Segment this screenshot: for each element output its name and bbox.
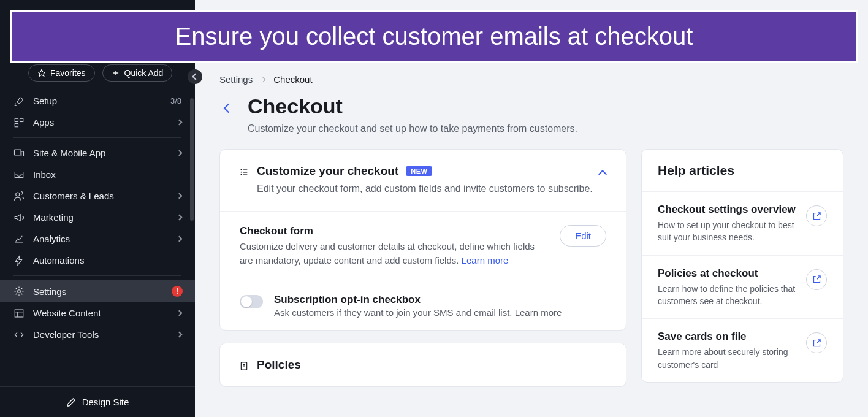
collapse-sidebar-icon[interactable]	[188, 69, 202, 84]
chevron-right-icon	[177, 193, 183, 199]
setup-progress: 3/8	[170, 96, 181, 105]
sidebar-item-analytics[interactable]: Analytics	[0, 228, 195, 250]
back-button[interactable]	[219, 99, 237, 117]
sidebar-scrollbar[interactable]	[190, 98, 194, 221]
help-item-desc: How to set up your checkout to best suit…	[658, 219, 798, 244]
edit-checkout-form-button[interactable]: Edit	[560, 225, 606, 247]
sidebar-item-label: Marketing	[33, 212, 177, 223]
bolt-icon	[13, 255, 25, 266]
chevron-right-icon	[177, 150, 183, 156]
design-site-label: Design Site	[82, 397, 129, 407]
instruction-banner: Ensure you collect customer emails at ch…	[10, 10, 858, 63]
breadcrumb-current: Checkout	[273, 74, 312, 85]
policies-header: Policies	[220, 343, 626, 386]
favorites-label: Favorites	[50, 68, 86, 78]
subscription-desc: Ask customers if they want to join your …	[274, 307, 512, 318]
sidebar-item-label: Automations	[33, 255, 185, 266]
users-icon	[13, 191, 25, 202]
quick-add-button[interactable]: Quick Add	[102, 64, 173, 82]
banner-text: Ensure you collect customer emails at ch…	[175, 23, 693, 50]
chevron-right-icon	[177, 332, 183, 338]
sidebar-item-apps[interactable]: Apps	[0, 112, 195, 133]
customize-checkout-desc: Edit your checkout form, add custom fiel…	[257, 182, 606, 196]
sidebar-item-settings[interactable]: Settings	[0, 280, 195, 302]
design-site-button[interactable]: Design Site	[0, 386, 195, 417]
policies-title: Policies	[257, 358, 301, 372]
favorites-button[interactable]: Favorites	[28, 64, 95, 82]
checklist-icon	[238, 167, 249, 178]
customize-checkout-header: Customize your checkout NEW Edit your ch…	[220, 150, 626, 212]
breadcrumb-root[interactable]: Settings	[219, 74, 253, 85]
chevron-right-icon	[177, 310, 183, 316]
help-item-desc: Learn how to define the policies that cu…	[658, 283, 798, 308]
help-title: Help articles	[642, 150, 843, 191]
content-area: Settings Checkout Checkout Customize you…	[195, 0, 868, 417]
svg-rect-7	[21, 151, 24, 156]
sidebar-item-label: Site & Mobile App	[33, 148, 177, 158]
breadcrumb: Settings Checkout	[195, 64, 868, 90]
content-icon	[13, 308, 25, 319]
svg-rect-10	[15, 310, 23, 317]
policies-icon	[238, 361, 249, 372]
subscription-optin-row: Subscription opt-in checkbox Ask custome…	[220, 281, 626, 330]
help-item-policies[interactable]: Policies at checkout Learn how to define…	[642, 255, 843, 319]
page-subtitle: Customize your checkout and set up how t…	[248, 123, 577, 134]
sidebar-item-label: Analytics	[33, 234, 177, 244]
sidebar-item-automations[interactable]: Automations	[0, 250, 195, 271]
sidebar-nav: Setup 3/8 Apps Site & Mobile App Inbox C…	[0, 90, 195, 345]
sidebar-item-marketing[interactable]: Marketing	[0, 207, 195, 228]
customize-checkout-title: Customize your checkout	[257, 164, 398, 178]
chart-icon	[13, 234, 25, 245]
page-header: Checkout Customize your checkout and set…	[195, 90, 868, 149]
megaphone-icon	[13, 212, 25, 223]
sidebar-item-setup[interactable]: Setup 3/8	[0, 90, 195, 112]
new-badge: NEW	[406, 166, 432, 176]
sidebar-item-label: Developer Tools	[33, 329, 177, 340]
sidebar-item-label: Apps	[33, 117, 177, 128]
svg-rect-5	[15, 123, 18, 126]
policies-card: Policies	[219, 343, 626, 387]
sidebar-item-website-content[interactable]: Website Content	[0, 302, 195, 324]
subscription-optin-toggle[interactable]	[240, 295, 263, 308]
sidebar-item-site-mobile[interactable]: Site & Mobile App	[0, 142, 195, 164]
nav-divider	[13, 137, 181, 138]
gear-icon	[13, 286, 25, 297]
sidebar-item-label: Customers & Leads	[33, 191, 177, 201]
external-link-icon	[806, 269, 827, 290]
page-title: Checkout	[248, 94, 577, 118]
chevron-right-icon	[177, 236, 183, 242]
checkout-form-row: Checkout form Customize delivery and cus…	[220, 212, 626, 281]
collapse-section-button[interactable]	[596, 167, 609, 179]
sidebar-top: Favorites Quick Add	[0, 64, 195, 90]
help-item-title: Checkout settings overview	[658, 203, 798, 216]
inbox-icon	[13, 169, 25, 180]
external-link-icon	[806, 205, 827, 226]
subscription-learn-more[interactable]: Learn more	[515, 307, 562, 318]
plus-icon	[112, 69, 120, 77]
devices-icon	[13, 148, 25, 159]
alert-badge-icon	[172, 286, 183, 297]
svg-point-8	[16, 193, 20, 196]
help-item-checkout-overview[interactable]: Checkout settings overview How to set up…	[642, 191, 843, 255]
svg-rect-4	[20, 118, 23, 121]
code-icon	[13, 329, 25, 340]
nav-divider	[13, 275, 181, 276]
customize-checkout-card: Customize your checkout NEW Edit your ch…	[219, 149, 626, 331]
star-icon	[37, 69, 46, 77]
sidebar-item-label: Inbox	[33, 169, 185, 180]
external-link-icon	[806, 332, 827, 353]
sidebar-item-label: Website Content	[33, 308, 177, 318]
sidebar-item-label: Setup	[33, 96, 170, 106]
checkout-form-learn-more[interactable]: Learn more	[462, 255, 509, 266]
help-item-title: Policies at checkout	[658, 267, 798, 280]
help-item-save-cards[interactable]: Save cards on file Learn more about secu…	[642, 318, 843, 382]
svg-marker-0	[38, 69, 45, 76]
rocket-icon	[13, 96, 25, 107]
subscription-title: Subscription opt-in checkbox	[274, 294, 606, 306]
sidebar-item-inbox[interactable]: Inbox	[0, 164, 195, 185]
sidebar-item-developer-tools[interactable]: Developer Tools	[0, 324, 195, 345]
svg-rect-3	[15, 118, 18, 121]
sidebar-item-customers[interactable]: Customers & Leads	[0, 185, 195, 207]
help-item-desc: Learn more about securely storing custom…	[658, 346, 798, 371]
chevron-right-icon	[177, 215, 183, 221]
